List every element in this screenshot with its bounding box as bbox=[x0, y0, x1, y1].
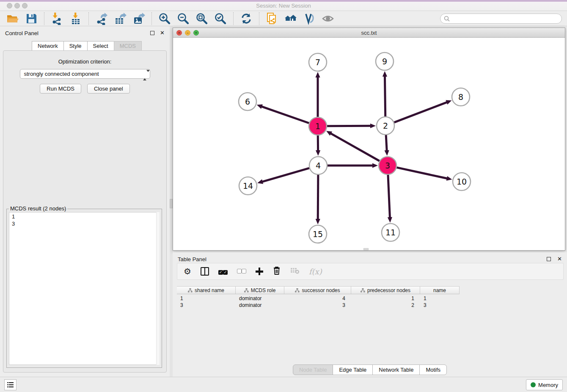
node-label: 4 bbox=[316, 161, 321, 170]
edge-3-1[interactable] bbox=[330, 133, 380, 161]
mcds-result-text[interactable]: 1 3 bbox=[9, 212, 160, 365]
memory-button[interactable]: Memory bbox=[526, 379, 563, 390]
function-builder-icon: f(x) bbox=[309, 267, 322, 276]
edge-2-9[interactable] bbox=[385, 76, 385, 116]
table-cell[interactable]: 2 bbox=[351, 302, 420, 309]
trash-icon[interactable] bbox=[272, 266, 281, 277]
arrowhead-icon bbox=[388, 217, 392, 223]
table-cell[interactable]: 3 bbox=[420, 302, 460, 309]
node-14[interactable]: 14 bbox=[239, 177, 257, 195]
show-columns-icon[interactable] bbox=[201, 267, 209, 276]
zoom-out-icon[interactable] bbox=[177, 12, 190, 25]
table-cell[interactable]: dominator bbox=[236, 295, 284, 302]
edge-2-8[interactable] bbox=[394, 102, 448, 122]
table-cell[interactable]: 1 bbox=[177, 295, 236, 302]
node-1[interactable]: 1 bbox=[309, 117, 327, 135]
show-panels-button[interactable] bbox=[4, 379, 17, 390]
result-scrollbar[interactable] bbox=[156, 212, 160, 365]
node-7[interactable]: 7 bbox=[309, 53, 327, 71]
close-panel-button[interactable]: Close panel bbox=[87, 84, 130, 94]
panel-splitter[interactable] bbox=[170, 26, 173, 377]
edge-3-11[interactable] bbox=[388, 175, 390, 218]
column-header-mcds-role[interactable]: MCDS role bbox=[236, 287, 284, 294]
edge-2-3[interactable] bbox=[386, 135, 387, 151]
run-mcds-button[interactable]: Run MCDS bbox=[40, 84, 81, 94]
export-table-icon[interactable] bbox=[114, 12, 127, 25]
float-panel-icon[interactable] bbox=[150, 31, 154, 35]
add-column-icon[interactable] bbox=[256, 268, 263, 275]
edge-4-14[interactable] bbox=[262, 168, 309, 182]
tab-network-table[interactable]: Network Table bbox=[372, 364, 420, 375]
network-resize-grip[interactable] bbox=[363, 248, 369, 250]
splitter-grip[interactable] bbox=[170, 199, 173, 208]
node-label: 11 bbox=[385, 228, 396, 237]
close-panel-icon[interactable]: ✕ bbox=[160, 30, 165, 36]
column-header-name[interactable]: name bbox=[420, 287, 460, 294]
clone-network-icon[interactable] bbox=[266, 12, 278, 25]
zoom-selected-icon[interactable] bbox=[214, 12, 227, 25]
deselect-all-icon[interactable] bbox=[237, 268, 246, 275]
node-11[interactable]: 11 bbox=[382, 224, 399, 241]
node-label: 9 bbox=[382, 57, 387, 66]
tab-motifs[interactable]: Motifs bbox=[419, 364, 447, 375]
close-table-panel-icon[interactable]: ✕ bbox=[557, 256, 562, 262]
open-session-icon[interactable] bbox=[6, 12, 19, 25]
style-icon[interactable] bbox=[303, 12, 316, 25]
table-cell[interactable]: 3 bbox=[177, 302, 236, 309]
node-9[interactable]: 9 bbox=[376, 52, 394, 70]
table-row[interactable]: 3dominator323 bbox=[177, 302, 460, 309]
export-network-icon[interactable] bbox=[95, 12, 108, 25]
column-header-successor-nodes[interactable]: successor nodes bbox=[284, 287, 351, 294]
table-cell[interactable]: 3 bbox=[284, 302, 351, 309]
column-header-predecessor-nodes[interactable]: predecessor nodes bbox=[351, 287, 420, 294]
table-cell[interactable]: 1 bbox=[351, 295, 420, 302]
export-image-icon[interactable] bbox=[132, 12, 145, 25]
network-graph[interactable]: 7968124314101511 bbox=[173, 38, 565, 250]
edge-4-15[interactable] bbox=[318, 175, 318, 220]
zoom-fit-icon[interactable] bbox=[195, 12, 208, 25]
select-all-icon[interactable]: ✓✓ bbox=[218, 268, 228, 275]
import-network-icon[interactable] bbox=[51, 12, 63, 25]
node-10[interactable]: 10 bbox=[453, 173, 471, 190]
tab-select[interactable]: Select bbox=[87, 41, 114, 51]
node-15[interactable]: 15 bbox=[309, 225, 327, 243]
zoom-in-icon[interactable] bbox=[158, 12, 171, 25]
import-table-icon[interactable] bbox=[69, 12, 82, 25]
node-3[interactable]: 3 bbox=[379, 157, 396, 174]
node-8[interactable]: 8 bbox=[452, 88, 470, 106]
network-window-titlebar[interactable]: ✕ − + scc.txt bbox=[173, 28, 565, 38]
network-window-title: scc.txt bbox=[173, 30, 565, 36]
criterion-dropdown[interactable]: strongly connected component bbox=[20, 69, 150, 79]
control-panel-tabs: Network Style Select MCDS bbox=[32, 41, 142, 51]
tab-node-table[interactable]: Node Table bbox=[293, 364, 333, 375]
tab-network[interactable]: Network bbox=[32, 41, 64, 51]
tab-mcds[interactable]: MCDS bbox=[114, 41, 142, 51]
column-header-shared-name[interactable]: shared name bbox=[177, 287, 236, 294]
tab-edge-table[interactable]: Edge Table bbox=[333, 364, 373, 375]
table-cell[interactable]: 4 bbox=[284, 295, 351, 302]
edge-1-6[interactable] bbox=[261, 106, 309, 123]
search-input[interactable] bbox=[450, 14, 561, 23]
table-cell[interactable]: dominator bbox=[236, 302, 284, 309]
node-label: 10 bbox=[457, 177, 467, 186]
table-cell[interactable]: 1 bbox=[420, 295, 460, 302]
mcds-result-title: MCDS result (2 nodes) bbox=[9, 205, 67, 212]
node-label: 3 bbox=[385, 161, 390, 170]
save-session-icon[interactable] bbox=[25, 12, 38, 25]
node-2[interactable]: 2 bbox=[377, 117, 394, 135]
float-table-panel-icon[interactable] bbox=[547, 257, 551, 261]
eye-icon bbox=[322, 12, 334, 25]
node-6[interactable]: 6 bbox=[239, 93, 256, 110]
gear-icon[interactable]: ⚙ bbox=[184, 267, 191, 276]
node-label: 8 bbox=[458, 92, 463, 102]
edge-3-10[interactable] bbox=[396, 168, 447, 179]
table-row[interactable]: 1dominator411 bbox=[177, 295, 460, 302]
search-box[interactable] bbox=[440, 14, 562, 24]
tab-style[interactable]: Style bbox=[63, 41, 88, 51]
node-label: 2 bbox=[383, 121, 388, 130]
refresh-icon[interactable] bbox=[240, 12, 253, 25]
edge-1-2[interactable] bbox=[327, 126, 371, 126]
home-icon[interactable] bbox=[284, 12, 297, 25]
node-4[interactable]: 4 bbox=[309, 157, 327, 174]
arrowhead-icon bbox=[383, 71, 387, 77]
